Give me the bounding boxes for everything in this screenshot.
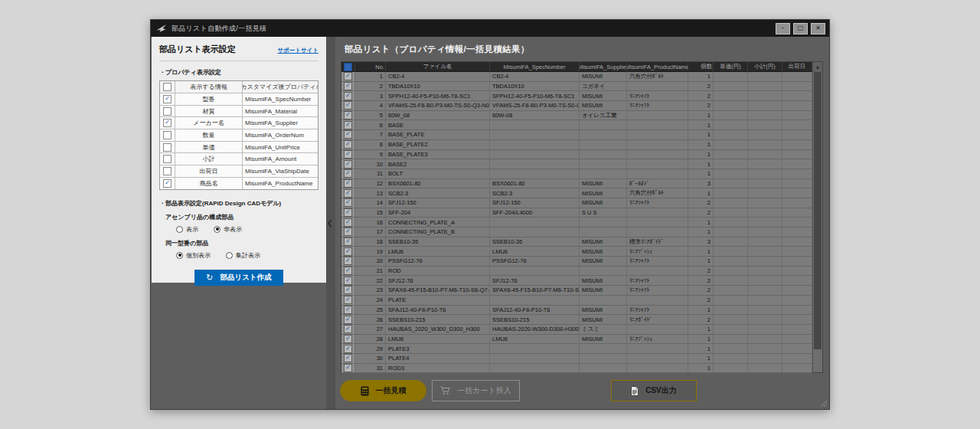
parts-table-row[interactable]: ✓25SFAJ12-40-F6-P10-T6SFAJ12-40-F6-P10-T…: [341, 306, 812, 316]
row-checkbox[interactable]: ✓: [344, 247, 352, 256]
parts-table-row[interactable]: ✓4VFAMS-25-F8-B0-P3-M0-TS-S0-Q3-N0VFAMS-…: [341, 101, 812, 111]
row-checkbox[interactable]: ✓: [344, 72, 352, 80]
parts-table-row[interactable]: ✓1CB2-4CB2-4MISUMI六角穴付ﾎﾞﾙﾄ1: [341, 72, 812, 82]
row-checkbox[interactable]: ✓: [344, 228, 352, 236]
parts-table-row[interactable]: ✓8BASE_PLATE21: [341, 140, 812, 150]
row-checkbox[interactable]: ✓: [344, 198, 352, 207]
row-checkbox[interactable]: ✓: [344, 130, 352, 139]
support-site-link[interactable]: サポートサイト: [277, 47, 318, 54]
property-checkbox[interactable]: ✓: [163, 119, 172, 127]
row-checkbox[interactable]: ✓: [344, 325, 352, 333]
parts-table-row[interactable]: ✓9BASE_PLATE31: [341, 150, 812, 160]
parts-table-row[interactable]: ✓3SFPH12-40-F5-P10-M6-T8-SC1SFPH12-40-F5…: [341, 91, 812, 101]
column-header[interactable]: MisumiFA_Supplier: [580, 62, 627, 71]
cell-subtotal: [748, 315, 782, 324]
row-checkbox[interactable]: ✓: [344, 218, 352, 227]
column-header[interactable]: 小計(円): [748, 62, 782, 71]
row-checkbox[interactable]: ✓: [344, 345, 352, 353]
parts-table-row[interactable]: ✓18SSEB10-35SSEB10-35MISUMI標準ﾘﾆｱｶﾞｲﾄﾞ3: [341, 237, 812, 247]
column-header[interactable]: 個数: [688, 62, 714, 71]
parts-table-row[interactable]: ✓20PSSFG12-76PSSFG12-76MISUMIﾘﾆｱｼｬﾌﾄ1: [341, 257, 812, 267]
maximize-button[interactable]: □: [793, 23, 808, 34]
parts-table-row[interactable]: ✓27HAUBAS_2020_W300_D300_H300HAUBAS-2020…: [341, 325, 812, 335]
parts-table-row[interactable]: ✓19LMU6LMU6MISUMIﾘﾆｱﾌﾞｯｼｭ1: [341, 247, 812, 257]
parts-table-row[interactable]: ✓17CONNECTING_PLATE_B1: [341, 228, 812, 237]
row-checkbox[interactable]: ✓: [344, 169, 352, 178]
parts-table-row[interactable]: ✓14SFJ12-150SFJ12-150MISUMIﾘﾆｱｼｬﾌﾄ2: [341, 198, 812, 208]
property-checkbox[interactable]: ✓: [163, 179, 172, 188]
column-header[interactable]: 出荷日: [782, 62, 812, 71]
parts-table-row[interactable]: ✓24PLATE2: [341, 296, 812, 306]
parts-table-row[interactable]: ✓7BASE_PLATE1: [341, 130, 812, 140]
row-checkbox[interactable]: ✓: [344, 121, 352, 129]
row-checkbox[interactable]: ✓: [344, 277, 352, 285]
property-checkbox[interactable]: ✓: [163, 95, 172, 103]
parts-table-row[interactable]: ✓6BASE1: [341, 120, 812, 130]
row-checkbox[interactable]: ✓: [344, 208, 352, 217]
parts-table-row[interactable]: ✓13SCB2-3SCB2-3MISUMI六角穴付ﾎﾞﾙﾄ1: [341, 188, 812, 198]
row-checkbox[interactable]: ✓: [344, 306, 352, 314]
vertical-scrollbar[interactable]: ▲: [812, 62, 822, 372]
scroll-up-icon[interactable]: ▲: [813, 62, 822, 72]
parts-table-row[interactable]: ✓26SSEBS10-215SSEBS10-215MISUMIﾘﾆｱｶﾞｲﾄﾞ2: [341, 315, 812, 325]
row-checkbox[interactable]: ✓: [344, 101, 352, 110]
row-checkbox[interactable]: ✓: [344, 82, 352, 90]
radio-option[interactable]: 個別表示: [176, 251, 211, 260]
row-checkbox[interactable]: ✓: [344, 189, 352, 198]
scrollbar-thumb[interactable]: [814, 72, 822, 349]
bulk-cart-button[interactable]: 一括カート投入: [432, 380, 520, 401]
parts-table-row[interactable]: ✓2TBDA10X10TBDA10X10コガネイ2: [341, 82, 812, 92]
close-button[interactable]: ✕: [811, 23, 825, 34]
property-checkbox[interactable]: [163, 131, 172, 139]
property-checkbox[interactable]: [163, 143, 172, 152]
parts-table-row[interactable]: ✓21ROD2: [341, 267, 812, 277]
row-checkbox[interactable]: ✓: [344, 160, 352, 169]
property-header-checkbox[interactable]: [163, 83, 172, 91]
resize-grip[interactable]: [818, 398, 828, 408]
select-all-checkbox[interactable]: [344, 63, 352, 71]
row-checkbox[interactable]: ✓: [344, 257, 352, 265]
row-checkbox[interactable]: ✓: [344, 111, 352, 120]
csv-export-button[interactable]: CSV出力: [611, 380, 697, 401]
parts-table-row[interactable]: ✓31ROD31: [341, 364, 812, 374]
parts-table-row[interactable]: ✓12BSX0601-80BSX0601-80MISUMIﾎﾞｰﾙﾈｼﾞ3: [341, 179, 812, 189]
parts-table-row[interactable]: ✓22SFJ12-76SFJ12-76MISUMIﾘﾆｱｼｬﾌﾄ2: [341, 276, 812, 286]
parts-table-row[interactable]: ✓29PLATE31: [341, 344, 812, 354]
panel-collapse-handle[interactable]: ❮: [326, 37, 335, 409]
property-checkbox[interactable]: [163, 155, 172, 163]
radio-option[interactable]: 表示: [176, 225, 198, 234]
column-header[interactable]: MisumiFA_ProductName: [627, 62, 688, 71]
create-parts-list-button[interactable]: ↻ 部品リスト作成: [194, 270, 283, 286]
column-header[interactable]: ファイル名: [386, 62, 490, 71]
parts-table-row[interactable]: ✓28LMU8LMU8MISUMIﾘﾆｱﾌﾞｯｼｭ1: [341, 335, 812, 345]
row-checkbox[interactable]: ✓: [344, 364, 352, 372]
parts-table-row[interactable]: ✓11BOLT1: [341, 169, 812, 179]
column-header[interactable]: No.: [355, 62, 386, 71]
radio-option[interactable]: 非表示: [214, 225, 242, 234]
parts-table-row[interactable]: ✓10BASE21: [341, 159, 812, 169]
parts-table-row[interactable]: ✓15SFF-204SFF-204/L4000S U S2: [341, 208, 812, 218]
row-checkbox[interactable]: ✓: [344, 316, 352, 324]
parts-table-row[interactable]: ✓23SFAX8-45-F15-B10-P7-M6-T10-S6-Q7-N6SF…: [341, 286, 812, 296]
column-header[interactable]: MisumiFA_SpecNumber: [490, 62, 580, 71]
row-checkbox[interactable]: ✓: [344, 354, 352, 362]
row-checkbox[interactable]: ✓: [344, 140, 352, 149]
row-checkbox[interactable]: ✓: [344, 150, 352, 159]
row-checkbox[interactable]: ✓: [344, 179, 352, 188]
row-checkbox[interactable]: ✓: [344, 92, 352, 100]
column-header[interactable]: 単価(円): [714, 62, 748, 71]
parts-table-row[interactable]: ✓30PLATE41: [341, 354, 812, 364]
row-checkbox[interactable]: ✓: [344, 286, 352, 294]
property-checkbox[interactable]: [163, 107, 172, 116]
row-checkbox[interactable]: ✓: [344, 335, 352, 343]
row-checkbox[interactable]: ✓: [344, 296, 352, 304]
property-checkbox[interactable]: [163, 167, 172, 175]
bulk-quote-button[interactable]: 一括見積: [340, 380, 426, 401]
cell-supplier: [580, 218, 627, 227]
parts-table-row[interactable]: ✓580W_0880W-08オイレス工業1: [341, 111, 812, 121]
row-checkbox[interactable]: ✓: [344, 237, 352, 246]
row-checkbox[interactable]: ✓: [344, 267, 352, 275]
parts-table-row[interactable]: ✓16CONNECTING_PLATE_A1: [341, 218, 812, 228]
minimize-button[interactable]: –: [776, 23, 790, 34]
radio-option[interactable]: 集計表示: [226, 251, 260, 260]
